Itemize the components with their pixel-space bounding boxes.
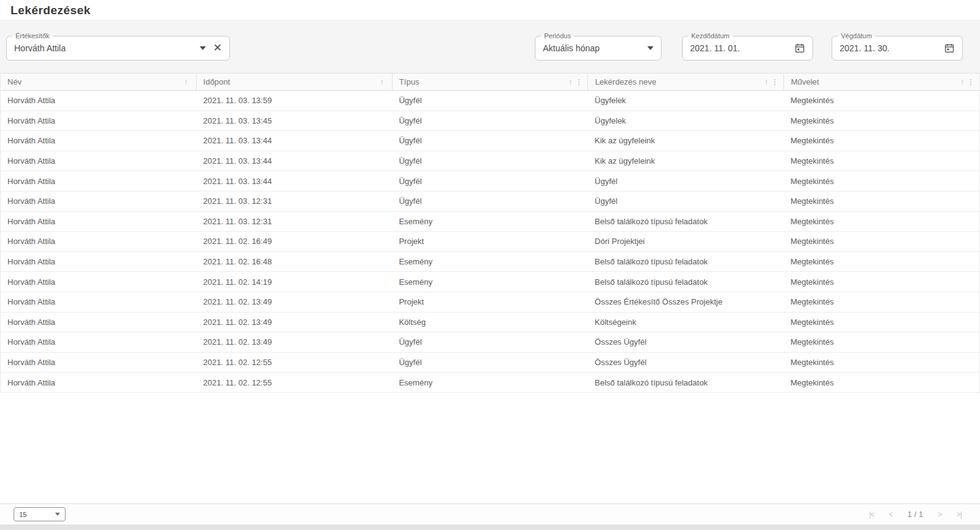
table-body: Horváth Attila 2021. 11. 03. 13:59 Ügyfé…	[1, 91, 979, 393]
view-action-link[interactable]: Megtekintés	[783, 191, 979, 211]
column-header-tipus[interactable]: Típus ↑ ⋮	[393, 74, 589, 90]
table-empty-area	[0, 393, 980, 503]
cell-name: Horváth Attila	[1, 111, 197, 131]
view-action-link[interactable]: Megtekintés	[783, 151, 979, 171]
cell-type: Ügyfél	[392, 91, 588, 111]
sort-ascending-icon[interactable]: ↑	[960, 78, 964, 86]
table-row: Horváth Attila 2021. 11. 03. 12:31 Ügyfé…	[1, 191, 979, 212]
cell-type: Projekt	[392, 232, 588, 251]
view-action-link[interactable]: Megtekintés	[783, 313, 979, 332]
cell-type: Ügyfél	[392, 332, 588, 352]
cell-time: 2021. 11. 02. 13:49	[197, 292, 393, 312]
sort-ascending-icon[interactable]: ↑	[380, 78, 384, 86]
cell-name: Horváth Attila	[1, 151, 197, 171]
start-date-label: Kezdődátum	[688, 32, 733, 41]
end-date-value: 2021. 11. 30.	[840, 43, 890, 53]
table-row: Horváth Attila 2021. 11. 03. 13:45 Ügyfé…	[1, 111, 979, 132]
table-row: Horváth Attila 2021. 11. 02. 13:49 Költs…	[1, 313, 979, 333]
cell-name: Horváth Attila	[1, 212, 197, 232]
cell-name: Horváth Attila	[1, 272, 197, 292]
cell-name: Horváth Attila	[1, 372, 197, 392]
cell-time: 2021. 11. 02. 12:55	[197, 353, 393, 372]
cell-query: Összes Ügyfél	[588, 353, 784, 372]
chevron-down-icon[interactable]	[200, 46, 206, 50]
queries-table: Név ↑ Időpont ↑ Típus ↑ ⋮ Lekérdezés nev…	[0, 73, 980, 393]
view-action-link[interactable]: Megtekintés	[783, 171, 979, 191]
start-date-field[interactable]: Kezdődátum 2021. 11. 01.	[682, 36, 813, 61]
table-row: Horváth Attila 2021. 11. 03. 13:59 Ügyfé…	[1, 91, 979, 111]
first-page-icon[interactable]: |<	[869, 510, 874, 519]
next-page-icon[interactable]: >	[938, 510, 942, 519]
previous-page-icon[interactable]: <	[889, 510, 893, 519]
cell-type: Ügyfél	[392, 111, 588, 131]
cell-time: 2021. 11. 02. 12:55	[197, 372, 393, 392]
view-action-link[interactable]: Megtekintés	[783, 353, 979, 372]
sort-ascending-icon[interactable]: ↑	[184, 78, 188, 86]
cell-type: Projekt	[392, 292, 588, 312]
cell-query: Belső találkozó típusú feladatok	[588, 252, 784, 272]
cell-time: 2021. 11. 03. 13:44	[197, 171, 393, 191]
cell-query: Ügyfél	[588, 171, 784, 191]
view-action-link[interactable]: Megtekintés	[783, 252, 979, 272]
clear-icon[interactable]: ✕	[213, 43, 222, 53]
end-date-field[interactable]: Végdátum 2021. 11. 30.	[832, 36, 963, 61]
chevron-down-icon[interactable]	[647, 46, 654, 50]
cell-name: Horváth Attila	[1, 191, 197, 211]
view-action-link[interactable]: Megtekintés	[783, 292, 979, 312]
view-action-link[interactable]: Megtekintés	[783, 332, 979, 352]
cell-time: 2021. 11. 02. 13:49	[197, 313, 393, 332]
column-header-muvelet[interactable]: Művelet ↑ ⋮	[784, 74, 979, 90]
calendar-icon[interactable]	[795, 43, 805, 53]
cell-time: 2021. 11. 03. 12:31	[197, 212, 393, 232]
column-menu-icon[interactable]: ⋮	[967, 78, 974, 86]
column-header-nev[interactable]: Név ↑	[1, 74, 197, 90]
table-row: Horváth Attila 2021. 11. 02. 16:49 Proje…	[1, 232, 979, 252]
salespeople-label: Értékesítők	[12, 32, 53, 41]
cell-type: Esemény	[392, 272, 588, 292]
cell-type: Esemény	[392, 212, 588, 232]
view-action-link[interactable]: Megtekintés	[783, 232, 979, 251]
column-header-lekerdezes-neve[interactable]: Lekérdezés neve ↑ ⋮	[588, 74, 784, 90]
salespeople-select[interactable]: Értékesítők Horváth Attila ✕	[6, 36, 230, 61]
chevron-down-icon	[55, 513, 60, 516]
view-action-link[interactable]: Megtekintés	[783, 91, 979, 111]
cell-type: Ügyfél	[392, 171, 588, 191]
column-menu-icon[interactable]: ⋮	[771, 78, 778, 86]
sort-ascending-icon[interactable]: ↑	[568, 78, 572, 86]
column-menu-icon[interactable]: ⋮	[575, 78, 582, 86]
cell-query: Belső találkozó típusú feladatok	[588, 372, 784, 392]
view-action-link[interactable]: Megtekintés	[783, 272, 979, 292]
cell-type: Ügyfél	[392, 151, 588, 171]
cell-type: Esemény	[392, 252, 588, 272]
cell-name: Horváth Attila	[1, 353, 197, 372]
cell-time: 2021. 11. 03. 13:59	[197, 91, 393, 111]
period-select[interactable]: Periódus Aktuális hónap	[535, 36, 662, 61]
last-page-icon[interactable]: >|	[957, 510, 961, 519]
calendar-icon[interactable]	[944, 43, 955, 53]
table-footer: 15 |< < 1 / 1 > >|	[0, 503, 980, 524]
view-action-link[interactable]: Megtekintés	[783, 111, 979, 131]
cell-type: Költség	[392, 313, 588, 332]
bottom-scrollbar-track[interactable]	[0, 524, 980, 530]
cell-name: Horváth Attila	[1, 232, 197, 251]
column-header-idopont[interactable]: Időpont ↑	[197, 74, 393, 90]
sort-ascending-icon[interactable]: ↑	[764, 78, 768, 86]
cell-time: 2021. 11. 02. 16:49	[197, 232, 393, 251]
table-row: Horváth Attila 2021. 11. 03. 13:44 Ügyfé…	[1, 171, 979, 191]
end-date-label: Végdátum	[838, 32, 875, 41]
view-action-link[interactable]: Megtekintés	[783, 131, 979, 151]
table-row: Horváth Attila 2021. 11. 02. 16:48 Esemé…	[1, 252, 979, 272]
view-action-link[interactable]: Megtekintés	[783, 372, 979, 392]
cell-type: Ügyfél	[392, 191, 588, 211]
view-action-link[interactable]: Megtekintés	[783, 212, 979, 232]
cell-name: Horváth Attila	[1, 91, 197, 111]
table-row: Horváth Attila 2021. 11. 02. 12:55 Ügyfé…	[1, 353, 979, 373]
page-size-select[interactable]: 15	[14, 507, 66, 521]
cell-time: 2021. 11. 03. 13:45	[197, 111, 393, 131]
period-label: Periódus	[541, 32, 574, 41]
salespeople-value: Horváth Attila	[14, 43, 66, 53]
table-row: Horváth Attila 2021. 11. 02. 13:49 Proje…	[1, 292, 979, 313]
cell-query: Ügyfelek	[588, 111, 784, 131]
cell-query: Kik az ügyfeleink	[588, 131, 784, 151]
titlebar: Lekérdezések	[0, 0, 980, 20]
